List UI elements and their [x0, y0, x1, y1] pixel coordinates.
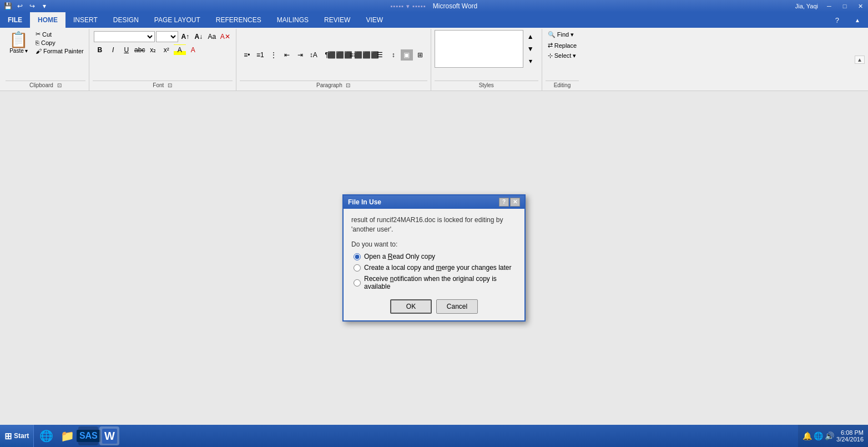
redo-icon[interactable]: ↪: [27, 1, 38, 12]
select-button[interactable]: ⊹ Select ▾: [546, 51, 579, 61]
border-button[interactable]: ⊞: [414, 49, 426, 61]
minimize-button[interactable]: ─: [821, 0, 837, 12]
styles-scroll-down-button[interactable]: ▼: [524, 43, 537, 54]
user-name: Jia, Yaqi: [795, 3, 818, 9]
decrease-indent-button[interactable]: ⇤: [281, 49, 293, 61]
tab-file[interactable]: FILE: [0, 12, 30, 28]
paste-button[interactable]: 📋 Paste ▾: [6, 30, 32, 79]
paragraph-expand-icon[interactable]: ⊡: [346, 82, 350, 88]
ribbon-tabs: FILE HOME INSERT DESIGN PAGE LAYOUT REFE…: [0, 12, 868, 28]
copy-button[interactable]: ⎘ Copy: [34, 39, 85, 47]
system-clock[interactable]: 6:08 PM 3/24/2016: [836, 429, 864, 443]
tab-mailings[interactable]: MAILINGS: [269, 12, 316, 28]
styles-gallery[interactable]: [435, 30, 523, 68]
font-color-button[interactable]: A: [187, 44, 199, 56]
select-icon: ⊹: [548, 52, 553, 59]
dialog-close-button[interactable]: ✕: [510, 198, 520, 207]
font-expand-icon[interactable]: ⊡: [168, 82, 172, 88]
radio-readonly[interactable]: [354, 253, 361, 260]
replace-button[interactable]: ⇄ Replace: [546, 41, 579, 50]
start-label: Start: [14, 432, 29, 440]
numbered-list-button[interactable]: ≡1: [254, 49, 266, 61]
dialog-help-button[interactable]: ?: [499, 198, 509, 207]
ribbon-group-font: A↑ A↓ Aa A✕ B I U abc x₂ x² A A Font: [89, 29, 236, 91]
line-spacing-button[interactable]: ↕: [387, 49, 400, 61]
align-left-button[interactable]: ⬛⬛⬛: [334, 49, 346, 61]
underline-button[interactable]: U: [120, 44, 133, 56]
notifications-icon[interactable]: 🔔: [803, 431, 812, 440]
volume-icon[interactable]: 🔊: [825, 431, 834, 440]
undo-icon[interactable]: ↩: [14, 1, 26, 12]
font-size-select[interactable]: [156, 31, 178, 42]
network-icon[interactable]: 🌐: [814, 431, 823, 440]
styles-scroll-up-button[interactable]: ▲: [524, 31, 537, 42]
find-button[interactable]: 🔍 Find ▾: [546, 30, 579, 39]
tab-page-layout[interactable]: PAGE LAYOUT: [147, 12, 208, 28]
dialog-option-localcopy[interactable]: Create a local copy and merge your chang…: [354, 264, 517, 272]
clipboard-expand-icon[interactable]: ⊡: [57, 82, 62, 88]
subscript-button[interactable]: x₂: [147, 44, 159, 56]
taskbar-app-ie[interactable]: 🌐: [36, 426, 56, 445]
ribbon-group-editing: 🔍 Find ▾ ⇄ Replace ⊹ Select ▾ Editing: [542, 29, 582, 91]
maximize-button[interactable]: □: [837, 0, 852, 12]
format-painter-icon: 🖌: [36, 48, 42, 54]
cut-button[interactable]: ✂ Cut: [34, 30, 85, 38]
start-button[interactable]: ⊞ Start: [0, 425, 34, 447]
title-bar: 💾 ↩ ↪ ▾ ▪▪▪▪▪ ▾ ▪▪▪▪▪ Microsoft Word Jia…: [0, 0, 868, 12]
ribbon-collapse-area: ▲: [854, 29, 866, 91]
taskbar-app-explorer[interactable]: 📁: [57, 426, 77, 445]
ie-icon: 🌐: [39, 429, 53, 443]
find-icon: 🔍: [548, 31, 556, 38]
windows-logo-icon: ⊞: [4, 431, 12, 441]
decrease-font-button[interactable]: A↓: [193, 31, 205, 42]
change-case-button[interactable]: Aa: [206, 31, 218, 42]
tab-insert[interactable]: INSERT: [65, 12, 105, 28]
save-icon[interactable]: 💾: [2, 1, 13, 12]
ribbon-group-paragraph: ≡• ≡1 ⋮ ⇤ ⇥ ↕A ¶ ⬛⬛⬛ ≡≡ ⬛⬛⬛ ☰ ↕ ▣ ⊞ Para…: [236, 29, 431, 91]
dialog-option-notify[interactable]: Receive notification when the original c…: [354, 275, 517, 290]
tab-references[interactable]: REFERENCES: [208, 12, 269, 28]
tab-view[interactable]: VIEW: [358, 12, 391, 28]
explorer-icon: 📁: [60, 429, 74, 443]
bullet-list-button[interactable]: ≡•: [241, 49, 253, 61]
sort-button[interactable]: ↕A: [307, 49, 320, 61]
strikethrough-button[interactable]: abc: [134, 44, 146, 56]
taskbar-app-sas[interactable]: SAS: [78, 426, 98, 445]
taskbar-app-word[interactable]: W: [99, 426, 119, 445]
increase-indent-button[interactable]: ⇥: [294, 49, 306, 61]
superscript-button[interactable]: x²: [160, 44, 173, 56]
text-highlight-button[interactable]: A: [174, 44, 186, 56]
clipboard-group-label: Clipboard ⊡: [6, 81, 85, 89]
ribbon-minimize-button[interactable]: ▲: [847, 12, 868, 28]
increase-font-button[interactable]: A↑: [179, 31, 191, 42]
tab-home[interactable]: HOME: [30, 12, 65, 28]
clear-formatting-button[interactable]: A✕: [219, 31, 231, 42]
radio-localcopy[interactable]: [354, 264, 361, 272]
multilevel-list-button[interactable]: ⋮: [268, 49, 280, 61]
ok-button[interactable]: OK: [390, 299, 432, 314]
bold-button[interactable]: B: [94, 44, 106, 56]
taskbar-system-tray: 🔔 🌐 🔊 6:08 PM 3/24/2016: [798, 425, 868, 447]
dialog-buttons: OK Cancel: [351, 299, 517, 314]
tab-review[interactable]: REVIEW: [316, 12, 358, 28]
shading-button[interactable]: ▣: [401, 49, 413, 61]
cancel-button[interactable]: Cancel: [436, 299, 478, 314]
close-button[interactable]: ✕: [852, 0, 868, 12]
align-right-button[interactable]: ⬛⬛⬛: [361, 49, 373, 61]
paragraph-group-label: Paragraph ⊡: [240, 81, 427, 89]
font-family-select[interactable]: [94, 31, 155, 42]
ribbon-collapse-button[interactable]: ▲: [855, 56, 865, 64]
italic-button[interactable]: I: [107, 44, 119, 56]
dialog-option-readonly[interactable]: Open a Read Only copy: [354, 253, 517, 260]
justify-button[interactable]: ☰: [374, 49, 386, 61]
format-painter-button[interactable]: 🖌 Format Painter: [34, 47, 85, 55]
radio-notify[interactable]: [354, 279, 361, 287]
font-group-label: Font ⊡: [93, 81, 233, 89]
tab-design[interactable]: DESIGN: [105, 12, 147, 28]
file-in-use-dialog: File In Use ? ✕ result of runcif24MAR16.…: [342, 194, 526, 322]
styles-expand-button[interactable]: ▾: [524, 56, 537, 67]
replace-icon: ⇄: [548, 42, 553, 49]
customize-quick-access-icon[interactable]: ▾: [39, 1, 50, 12]
help-button[interactable]: ?: [827, 12, 847, 28]
paste-label: Paste ▾: [9, 48, 28, 54]
